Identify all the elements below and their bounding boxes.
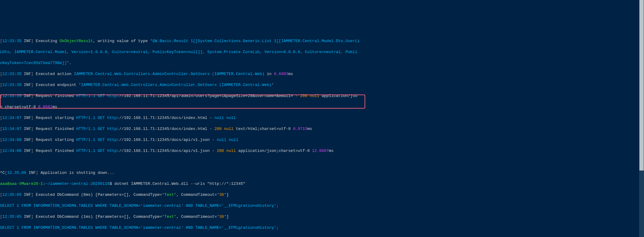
prompt-user: aaa@aaa-VMware20-1 bbox=[0, 181, 43, 186]
log-line: [12:34:07 INF] Request finished HTTP/1.1… bbox=[0, 126, 644, 132]
sql-line: SELECT 1 FROM INFORMATION_SCHEMA.TABLES … bbox=[0, 203, 644, 209]
log-line: n charset=utf-8 8.0582ms bbox=[0, 104, 644, 110]
log-line: [12:33:35 INF] Request finished HTTP/1.1… bbox=[0, 93, 644, 99]
log-line: [12:35:05 INF] Executed DbCommand (8ms) … bbox=[0, 192, 644, 198]
prompt-path: ~/iammeter-central-20250116 bbox=[45, 181, 110, 186]
terminal-output[interactable]: [12:33:35 INF] Executing OkObjectResult,… bbox=[0, 27, 644, 237]
scrollbar-thumb[interactable] bbox=[639, 5, 644, 171]
log-line: LDto, IAMMETER.Central.Model, Version=1.… bbox=[0, 49, 644, 55]
log-line: cKeyToken=7cec85d7bea7798e]]'. bbox=[0, 60, 644, 66]
log-line: [12:33:35 INF] Executed endpoint 'IAMMET… bbox=[0, 82, 644, 88]
entered-command: dotnet IAMMETER.Central.Web.dll --urls "… bbox=[115, 181, 246, 186]
log-line: [12:34:08 INF] Request starting HTTP/1.1… bbox=[0, 137, 644, 143]
log-line: [12:35:05 INF] Executed DbCommand (1ms) … bbox=[0, 214, 644, 220]
sql-line: SELECT 1 FROM INFORMATION_SCHEMA.TABLES … bbox=[0, 225, 644, 231]
log-line: [12:33:35 INF] Executing OkObjectResult,… bbox=[0, 38, 644, 44]
log-line: [12:34:07 INF] Request starting HTTP/1.1… bbox=[0, 115, 644, 121]
log-line-shutdown: ^C[12.35.00 INF] Application is shutting… bbox=[0, 170, 644, 176]
log-line: [12:33:35 INF] Executed action IAMMETER.… bbox=[0, 71, 644, 77]
log-line bbox=[0, 159, 644, 165]
log-line: [12:34:08 INF] Request finished HTTP/1.1… bbox=[0, 148, 644, 154]
scrollbar-track[interactable] bbox=[639, 5, 644, 237]
shell-prompt-line[interactable]: aaa@aaa-VMware20-1:~/iammeter-central-20… bbox=[0, 181, 644, 187]
